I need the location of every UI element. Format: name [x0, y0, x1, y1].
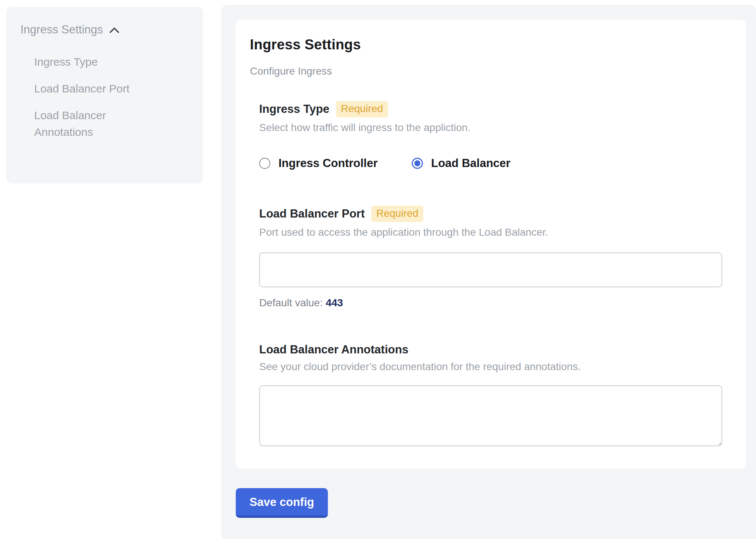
- sidebar-section-label: Ingress Settings: [20, 23, 103, 36]
- ingress-settings-card: Ingress Settings Configure Ingress Ingre…: [236, 20, 746, 468]
- sidebar-item-ingress-type[interactable]: Ingress Type: [34, 53, 160, 70]
- radio-unchecked-icon[interactable]: [259, 158, 270, 169]
- load-balancer-port-input[interactable]: [259, 252, 722, 287]
- default-value-line: Default value:443: [259, 297, 724, 309]
- default-value-label: Default value:: [259, 297, 323, 308]
- sidebar-item-load-balancer-port[interactable]: Load Balancer Port: [34, 80, 160, 97]
- field-ingress-type: Ingress Type Required Select how traffic…: [259, 101, 724, 170]
- load-balancer-annotations-textarea[interactable]: [259, 385, 722, 446]
- radio-label-ingress-controller: Ingress Controller: [278, 157, 378, 170]
- save-config-button[interactable]: Save config: [236, 488, 328, 518]
- chevron-up-icon: [109, 27, 120, 34]
- sidebar-item-list: Ingress Type Load Balancer Port Load Bal…: [20, 53, 190, 140]
- page-title: Ingress Settings: [250, 37, 724, 53]
- field-load-balancer-port: Load Balancer Port Required Port used to…: [259, 206, 724, 309]
- required-badge: Required: [336, 101, 388, 117]
- form-fields: Ingress Type Required Select how traffic…: [259, 101, 724, 446]
- main-panel: Ingress Settings Configure Ingress Ingre…: [221, 5, 756, 539]
- field-load-balancer-annotations: Load Balancer Annotations See your cloud…: [259, 343, 724, 446]
- field-description-load-balancer-port: Port used to access the application thro…: [259, 226, 724, 238]
- settings-sidebar: Ingress Settings Ingress Type Load Balan…: [6, 7, 203, 183]
- radio-option-load-balancer[interactable]: Load Balancer: [412, 157, 511, 170]
- sidebar-section-ingress-settings[interactable]: Ingress Settings: [20, 23, 190, 36]
- ingress-type-radio-group: Ingress Controller Load Balancer: [259, 157, 724, 170]
- radio-label-load-balancer: Load Balancer: [431, 157, 511, 170]
- required-badge: Required: [371, 206, 423, 222]
- sidebar-item-load-balancer-annotations[interactable]: Load Balancer Annotations: [34, 107, 160, 140]
- page-subtitle: Configure Ingress: [250, 65, 724, 77]
- radio-checked-icon[interactable]: [412, 158, 423, 169]
- field-description-load-balancer-annotations: See your cloud provider’s documentation …: [259, 361, 724, 373]
- default-value: 443: [326, 297, 343, 308]
- field-label-load-balancer-port: Load Balancer Port: [259, 207, 365, 220]
- field-description-ingress-type: Select how traffic will ingress to the a…: [259, 122, 724, 134]
- field-label-ingress-type: Ingress Type: [259, 102, 329, 116]
- field-label-load-balancer-annotations: Load Balancer Annotations: [259, 343, 408, 356]
- radio-option-ingress-controller[interactable]: Ingress Controller: [259, 157, 378, 170]
